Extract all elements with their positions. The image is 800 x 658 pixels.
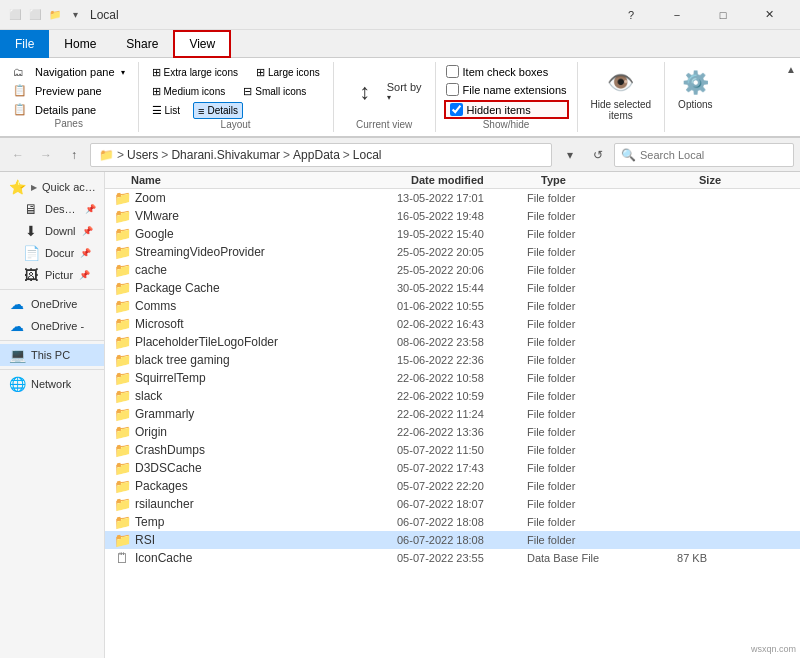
thispc-icon: 💻 bbox=[8, 347, 26, 363]
table-row[interactable]: 📁 PlaceholderTileLogoFolder 08-06-2022 2… bbox=[105, 333, 800, 351]
tab-share[interactable]: Share bbox=[111, 30, 173, 58]
table-row[interactable]: 📁 Temp 06-07-2022 18:08 File folder bbox=[105, 513, 800, 531]
hide-selected-group: 👁️ Hide selected items bbox=[578, 62, 666, 132]
item-check-boxes-checkbox[interactable] bbox=[446, 65, 459, 78]
file-name: black tree gaming bbox=[135, 353, 397, 367]
col-type[interactable]: Type bbox=[541, 174, 641, 186]
table-row[interactable]: 📁 Comms 01-06-2022 10:55 File folder bbox=[105, 297, 800, 315]
sort-by-btn[interactable]: ↕️ Sort by ▾ bbox=[342, 71, 427, 113]
list-btn[interactable]: ☰ List bbox=[147, 102, 186, 119]
table-row[interactable]: 📁 Grammarly 22-06-2022 11:24 File folder bbox=[105, 405, 800, 423]
medium-icons-btn[interactable]: ⊞ Medium icons bbox=[147, 83, 231, 100]
table-row[interactable]: 📁 Microsoft 02-06-2022 16:43 File folder bbox=[105, 315, 800, 333]
sidebar: ⭐ ▶ Quick acce 🖥 Deskto 📌 ⬇ Downl 📌 📄 Do… bbox=[0, 172, 105, 658]
large-icons-btn[interactable]: ⊞ Large icons bbox=[251, 64, 325, 81]
table-row[interactable]: 📁 CrashDumps 05-07-2022 11:50 File folde… bbox=[105, 441, 800, 459]
navigation-pane-btn[interactable]: 🗂 Navigation pane ▾ bbox=[8, 64, 130, 80]
details-btn[interactable]: ≡ Details bbox=[193, 102, 243, 119]
tab-view[interactable]: View bbox=[173, 30, 231, 58]
dropdown-path-btn[interactable]: ▾ bbox=[558, 143, 582, 167]
ribbon-collapse-btn[interactable]: ▲ bbox=[786, 64, 796, 75]
small-icons-btn[interactable]: ⊟ Small icons bbox=[238, 83, 311, 100]
sidebar-item-pictures[interactable]: 🖼 Pictur 📌 bbox=[0, 264, 104, 286]
file-date: 16-05-2022 19:48 bbox=[397, 210, 527, 222]
file-name: StreamingVideoProvider bbox=[135, 245, 397, 259]
back-btn[interactable]: ← bbox=[6, 143, 30, 167]
table-row[interactable]: 📁 StreamingVideoProvider 25-05-2022 20:0… bbox=[105, 243, 800, 261]
title-bar-icons: ⬜ ⬜ 📁 ▾ bbox=[8, 8, 82, 22]
forward-btn[interactable]: → bbox=[34, 143, 58, 167]
table-row[interactable]: 📁 slack 22-06-2022 10:59 File folder bbox=[105, 387, 800, 405]
table-row[interactable]: 📁 Google 19-05-2022 15:40 File folder bbox=[105, 225, 800, 243]
table-row[interactable]: 📁 Zoom 13-05-2022 17:01 File folder bbox=[105, 189, 800, 207]
table-row[interactable]: 📁 RSI 06-07-2022 18:08 File folder bbox=[105, 531, 800, 549]
file-icon: 📁 bbox=[113, 496, 131, 512]
table-row[interactable]: 📁 VMware 16-05-2022 19:48 File folder bbox=[105, 207, 800, 225]
file-type: File folder bbox=[527, 264, 627, 276]
hidden-items-row[interactable]: Hidden items bbox=[444, 100, 569, 119]
tab-home[interactable]: Home bbox=[49, 30, 111, 58]
table-row[interactable]: 📁 Package Cache 30-05-2022 15:44 File fo… bbox=[105, 279, 800, 297]
file-name: CrashDumps bbox=[135, 443, 397, 457]
file-type: File folder bbox=[527, 336, 627, 348]
onedrive2-icon: ☁ bbox=[8, 318, 26, 334]
file-type: File folder bbox=[527, 282, 627, 294]
table-row[interactable]: 📁 Packages 05-07-2022 22:20 File folder bbox=[105, 477, 800, 495]
col-date[interactable]: Date modified bbox=[411, 174, 541, 186]
extra-large-icons-btn[interactable]: ⊞ Extra large icons bbox=[147, 64, 243, 81]
table-row[interactable]: 📁 rsilauncher 06-07-2022 18:07 File fold… bbox=[105, 495, 800, 513]
sidebar-item-thispc[interactable]: 💻 This PC bbox=[0, 344, 104, 366]
file-list: 📁 Zoom 13-05-2022 17:01 File folder 📁 VM… bbox=[105, 189, 800, 658]
sidebar-item-documents[interactable]: 📄 Docur 📌 bbox=[0, 242, 104, 264]
col-size[interactable]: Size bbox=[641, 174, 721, 186]
item-check-boxes-row[interactable]: Item check boxes bbox=[444, 64, 569, 79]
sidebar-item-desktop[interactable]: 🖥 Deskto 📌 bbox=[0, 198, 104, 220]
path-local[interactable]: Local bbox=[353, 148, 382, 162]
path-users[interactable]: Users bbox=[127, 148, 158, 162]
help-btn[interactable]: ? bbox=[608, 0, 654, 30]
tab-file[interactable]: File bbox=[0, 30, 49, 58]
table-row[interactable]: 📁 Origin 22-06-2022 13:36 File folder bbox=[105, 423, 800, 441]
hide-selected-btn[interactable]: 👁️ Hide selected items bbox=[586, 64, 657, 124]
file-name-extensions-checkbox[interactable] bbox=[446, 83, 459, 96]
file-date: 05-07-2022 22:20 bbox=[397, 480, 527, 492]
path-user[interactable]: Dharani.Shivakumar bbox=[171, 148, 280, 162]
sidebar-item-downloads[interactable]: ⬇ Downl 📌 bbox=[0, 220, 104, 242]
sidebar-item-onedrive[interactable]: ☁ OneDrive bbox=[0, 293, 104, 315]
hidden-items-checkbox[interactable] bbox=[450, 103, 463, 116]
file-type: File folder bbox=[527, 210, 627, 222]
search-icon: 🔍 bbox=[621, 148, 636, 162]
sidebar-item-quick-access[interactable]: ⭐ ▶ Quick acce bbox=[0, 176, 104, 198]
details-pane-btn[interactable]: 📋 Details pane bbox=[8, 101, 130, 118]
minimize-btn[interactable]: − bbox=[654, 0, 700, 30]
file-icon: 📁 bbox=[113, 370, 131, 386]
file-name-extensions-row[interactable]: File name extensions bbox=[444, 82, 569, 97]
close-btn[interactable]: ✕ bbox=[746, 0, 792, 30]
refresh-btn[interactable]: ↺ bbox=[586, 143, 610, 167]
path-appdata[interactable]: AppData bbox=[293, 148, 340, 162]
address-path[interactable]: 📁 > Users > Dharani.Shivakumar > AppData… bbox=[90, 143, 552, 167]
network-icon: 🌐 bbox=[8, 376, 26, 392]
file-type: File folder bbox=[527, 228, 627, 240]
up-btn[interactable]: ↑ bbox=[62, 143, 86, 167]
table-row[interactable]: 📁 SquirrelTemp 22-06-2022 10:58 File fol… bbox=[105, 369, 800, 387]
maximize-btn[interactable]: □ bbox=[700, 0, 746, 30]
preview-pane-btn[interactable]: 📋 Preview pane bbox=[8, 82, 130, 99]
options-btn[interactable]: ⚙️ Options bbox=[673, 64, 717, 113]
table-row[interactable]: 📁 cache 25-05-2022 20:06 File folder bbox=[105, 261, 800, 279]
sidebar-item-onedrive2[interactable]: ☁ OneDrive - bbox=[0, 315, 104, 337]
col-name[interactable]: Name bbox=[131, 174, 411, 186]
sidebar-item-network[interactable]: 🌐 Network bbox=[0, 373, 104, 395]
table-row[interactable]: 📁 black tree gaming 15-06-2022 22:36 Fil… bbox=[105, 351, 800, 369]
table-row[interactable]: 📁 D3DSCache 05-07-2022 17:43 File folder bbox=[105, 459, 800, 477]
search-box[interactable]: 🔍 bbox=[614, 143, 794, 167]
file-name: PlaceholderTileLogoFolder bbox=[135, 335, 397, 349]
file-type: File folder bbox=[527, 534, 627, 546]
current-view-group: ↕️ Sort by ▾ Current view bbox=[334, 62, 436, 132]
table-row[interactable]: 🗒 IconCache 05-07-2022 23:55 Data Base F… bbox=[105, 549, 800, 567]
file-date: 08-06-2022 23:58 bbox=[397, 336, 527, 348]
search-input[interactable] bbox=[640, 149, 770, 161]
file-date: 15-06-2022 22:36 bbox=[397, 354, 527, 366]
file-type: File folder bbox=[527, 480, 627, 492]
ribbon: File Home Share View 🗂 Navigation pane ▾… bbox=[0, 30, 800, 138]
